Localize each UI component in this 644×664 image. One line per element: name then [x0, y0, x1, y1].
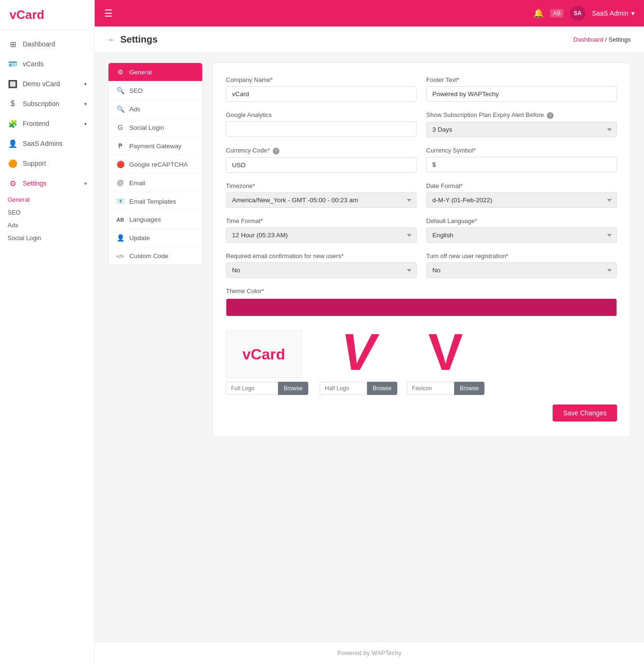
form-group-subscription-alert: Show Subscription Plan Expiry Alert Befo… [426, 111, 617, 137]
form-row-5: Time Format* 12 Hour (05:23 AM) 24 Hour … [226, 217, 617, 243]
brand-name: vCard [9, 8, 45, 22]
sidebar-sub-item-seo[interactable]: SEO [8, 206, 94, 219]
settings-nav-email[interactable]: @ Email [108, 174, 202, 192]
sidebar-item-dashboard[interactable]: ⊞ Dashboard [0, 34, 94, 54]
hamburger-icon[interactable]: ☰ [104, 8, 113, 19]
footer-text-input[interactable] [426, 86, 617, 102]
timezone-select[interactable]: America/New_York - GMT -05:00 - 00:23 am [226, 192, 417, 208]
back-button[interactable]: ← [108, 36, 116, 44]
sidebar-item-frontend[interactable]: 🧩 Frontend ▾ [0, 114, 94, 134]
half-logo-area: V Browse [320, 326, 397, 395]
email-confirmation-label: Required email confirmation for new user… [226, 252, 417, 260]
email-templates-icon: 📧 [116, 197, 125, 205]
seo-icon: 🔍 [116, 87, 125, 94]
subscription-help-icon[interactable]: ? [547, 112, 554, 119]
form-group-date-format: Date Format* d-M-Y (01-Feb-2022) Y-m-d m… [426, 182, 617, 208]
default-language-select[interactable]: English French Spanish [426, 227, 617, 243]
sidebar-item-demo-vcard[interactable]: 🔲 Demo vCard ▾ [0, 74, 94, 94]
recaptcha-icon: 🔴 [116, 161, 125, 168]
sidebar-sub-item-general[interactable]: General [8, 193, 94, 206]
social-icon: G [116, 124, 125, 131]
logo-section: vCard Browse V [226, 326, 617, 395]
custom-code-icon: </> [116, 253, 125, 259]
settings-nav-email-templates[interactable]: 📧 Email Templates [108, 192, 202, 211]
form-row-1: Company Name* Footer Text* [226, 76, 617, 102]
settings-form: Company Name* Footer Text* Google Analyt… [212, 63, 631, 437]
full-logo-browse-button[interactable]: Browse [278, 382, 308, 395]
settings-nav-label: Ads [129, 106, 140, 113]
theme-color-section: Theme Color* [226, 287, 617, 316]
currency-symbol-input[interactable] [426, 157, 617, 172]
email-confirmation-select[interactable]: No Yes [226, 262, 417, 278]
currency-symbol-label: Currency Symbol* [426, 147, 617, 154]
sidebar-item-support[interactable]: 🟠 Support [0, 153, 94, 173]
user-menu[interactable]: SaaS Admin ▾ [592, 9, 635, 17]
currency-code-input[interactable] [226, 157, 417, 173]
sidebar-sub-item-social-login[interactable]: Social Login [8, 232, 94, 244]
sidebar-item-settings[interactable]: ⚙ Settings ▾ [0, 173, 94, 193]
form-group-company-name: Company Name* [226, 76, 417, 102]
notification-icon[interactable]: 🔔 [533, 8, 544, 18]
form-group-new-user-registration: Turn off new user registration* No Yes [426, 252, 617, 278]
date-format-select[interactable]: d-M-Y (01-Feb-2022) Y-m-d m/d/Y d/m/Y [426, 192, 617, 208]
date-format-label: Date Format* [426, 182, 617, 189]
save-button[interactable]: Save Changes [553, 404, 617, 422]
settings-nav-update[interactable]: 👤 Update [108, 229, 202, 247]
favicon-input[interactable] [407, 382, 454, 395]
new-user-registration-select[interactable]: No Yes [426, 262, 617, 278]
currency-code-help-icon[interactable]: ? [273, 148, 279, 154]
currency-code-label: Currency Code* ? [226, 147, 417, 154]
theme-color-label: Theme Color* [226, 287, 617, 295]
main-area: ☰ 🔔 AB SA SaaS Admin ▾ ← Settings Da [95, 0, 644, 664]
settings-nav-label: Email Templates [129, 198, 176, 205]
breadcrumb-current: Settings [608, 36, 631, 43]
form-group-time-format: Time Format* 12 Hour (05:23 AM) 24 Hour [226, 217, 417, 243]
settings-nav-social-login[interactable]: G Social Login [108, 118, 202, 137]
sidebar-item-subscription[interactable]: $ Subscription ▾ [0, 94, 94, 114]
sidebar-item-label: Subscription [23, 100, 59, 108]
dashboard-icon: ⊞ [8, 39, 18, 49]
full-logo-input-row: Browse [226, 382, 308, 395]
settings-nav-languages[interactable]: AB Languages [108, 211, 202, 229]
logo-icons-area: V Browse V [320, 326, 617, 395]
languages-icon: AB [116, 217, 125, 223]
settings-nav-label: SEO [129, 87, 143, 94]
form-group-timezone: Timezone* America/New_York - GMT -05:00 … [226, 182, 417, 208]
full-logo-upload: vCard Browse [226, 331, 308, 395]
form-row-4: Timezone* America/New_York - GMT -05:00 … [226, 182, 617, 208]
sidebar-item-vcards[interactable]: 🪪 vCards [0, 54, 94, 74]
ads-icon: 🔍 [116, 105, 125, 113]
half-logo-input-row: Browse [320, 382, 397, 395]
header-right: 🔔 AB SA SaaS Admin ▾ [533, 6, 635, 21]
ab-label[interactable]: AB [550, 9, 564, 18]
settings-nav-label: Google reCAPTCHA [129, 161, 188, 168]
settings-nav-seo[interactable]: 🔍 SEO [108, 81, 202, 100]
chevron-down-icon: ▾ [84, 181, 87, 186]
settings-nav-payment-gateway[interactable]: ₱ Payment Gateway [108, 137, 202, 155]
footer-text: Powered by WAPTechy [337, 649, 401, 656]
sidebar-item-saas-admins[interactable]: 👤 SaaS Admins [0, 134, 94, 153]
settings-nav-custom-code[interactable]: </> Custom Code [108, 247, 202, 265]
settings-nav-label: Update [129, 234, 150, 242]
settings-nav-google-recaptcha[interactable]: 🔴 Google reCAPTCHA [108, 155, 202, 174]
theme-color-picker[interactable] [226, 298, 617, 316]
form-group-footer-text: Footer Text* [426, 76, 617, 102]
sidebar-item-label: SaaS Admins [23, 140, 63, 147]
sidebar-sub-item-ads[interactable]: Ads [8, 219, 94, 232]
full-logo-input[interactable] [226, 382, 278, 395]
subscription-alert-label: Show Subscription Plan Expiry Alert Befo… [426, 111, 617, 119]
sidebar-item-label: Dashboard [23, 40, 55, 48]
favicon-browse-button[interactable]: Browse [454, 382, 484, 395]
settings-sub-nav: General SEO Ads Social Login [0, 193, 94, 244]
time-format-select[interactable]: 12 Hour (05:23 AM) 24 Hour [226, 227, 417, 243]
breadcrumb-home[interactable]: Dashboard [573, 36, 604, 43]
google-analytics-input[interactable] [226, 121, 417, 137]
full-logo-preview: vCard [226, 331, 302, 378]
subscription-alert-select[interactable]: 3 Days 1 Day 2 Days 5 Days 7 Days [426, 122, 617, 137]
settings-nav-label: Custom Code [129, 252, 169, 260]
company-name-input[interactable] [226, 86, 417, 102]
settings-nav-general[interactable]: ⚙ General [108, 63, 202, 81]
half-logo-input[interactable] [320, 382, 367, 395]
settings-nav-ads[interactable]: 🔍 Ads [108, 100, 202, 118]
half-logo-browse-button[interactable]: Browse [367, 382, 397, 395]
